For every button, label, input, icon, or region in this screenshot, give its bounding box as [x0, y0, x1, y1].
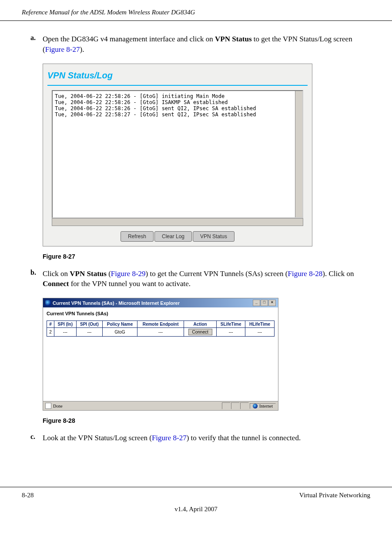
ie-statusbar: Done Internet	[43, 401, 278, 410]
step-letter-c: c.	[30, 433, 43, 441]
text: (	[107, 270, 111, 278]
close-button[interactable]: ×	[268, 300, 276, 306]
text: ).	[80, 45, 84, 54]
ie-titlebar[interactable]: Current VPN Tunnels (SAs) - Microsoft In…	[43, 298, 278, 307]
text: Open the DG834G v4 management interface …	[43, 35, 215, 43]
ie-window: Current VPN Tunnels (SAs) - Microsoft In…	[43, 298, 278, 411]
text-bold: VPN Status	[215, 35, 252, 43]
status-internet: Internet	[259, 404, 273, 408]
ie-title-text: Current VPN Tunnels (SAs) - Microsoft In…	[53, 300, 180, 306]
cell-slife: ---	[217, 328, 245, 337]
figure-ref-8-29[interactable]: Figure 8-29	[111, 270, 146, 278]
ie-icon	[45, 300, 51, 306]
chapter-title: Virtual Private Networking	[299, 492, 370, 499]
status-box	[231, 402, 240, 409]
cell-spi-in: ---	[54, 328, 76, 337]
step-b: b. Click on VPN Status (Figure 8-29) to …	[30, 269, 370, 290]
log-textarea[interactable]: Tue, 2004-06-22 22:58:26 - [GtoG] initia…	[52, 90, 303, 218]
vpn-status-button[interactable]: VPN Status	[193, 231, 235, 242]
step-c-text: Look at the VPN Status/Log screen (Figur…	[43, 433, 370, 443]
vpn-status-log-title: VPN Status/Log	[47, 68, 308, 83]
cell-policy: GtoG	[103, 328, 137, 337]
connect-button[interactable]: Connect	[188, 329, 212, 335]
tunnels-table: # SPI (In) SPI (Out) Policy Name Remote …	[47, 320, 275, 337]
figure-8-27-caption: Figure 8-27	[43, 253, 370, 260]
text: ) to verify that the tunnel is connected…	[187, 434, 301, 442]
page-number: 8-28	[22, 492, 34, 499]
table-row: 2 --- --- GtoG --- Connect --- ---	[47, 328, 275, 337]
text-bold: Connect	[43, 280, 69, 288]
internet-icon	[253, 404, 258, 408]
horizontal-scrollbar[interactable]	[52, 218, 303, 226]
clear-log-button[interactable]: Clear Log	[154, 231, 192, 242]
page-footer: 8-28 Virtual Private Networking	[0, 487, 392, 503]
col-spi-out: SPI (Out)	[76, 321, 102, 328]
step-a-text: Open the DG834G v4 management interface …	[43, 34, 370, 55]
log-line: Tue, 2004-06-22 22:58:27 - [GtoG] sent Q…	[55, 111, 300, 118]
col-action: Action	[184, 321, 217, 328]
figure-8-28-container: Current VPN Tunnels (SAs) - Microsoft In…	[43, 298, 370, 411]
col-spi-in: SPI (In)	[54, 321, 76, 328]
figure-ref-8-28[interactable]: Figure 8-28	[288, 270, 323, 278]
text: ) to get the Current VPN Tunnels (SAs) s…	[146, 270, 288, 278]
status-done: Done	[53, 404, 63, 408]
cell-spi-out: ---	[76, 328, 102, 337]
step-letter-b: b.	[30, 269, 43, 277]
tunnels-heading: Current VPN Tunnels (SAs)	[47, 311, 275, 316]
text: Click on	[43, 270, 70, 278]
step-letter-a: a.	[30, 34, 43, 42]
log-line: Tue, 2004-06-22 22:58:26 - [GtoG] sent Q…	[55, 105, 300, 111]
log-line: Tue, 2004-06-22 22:58:26 - [GtoG] ISAKMP…	[55, 99, 300, 105]
col-remote: Remote Endpoint	[137, 321, 184, 328]
version-date: v1.4, April 2007	[0, 506, 392, 513]
maximize-button[interactable]: □	[261, 300, 268, 306]
cell-hlife: ---	[245, 328, 275, 337]
text-bold: VPN Status	[70, 270, 107, 278]
text: for the VPN tunnel you want to activate.	[69, 280, 191, 288]
status-box	[240, 402, 249, 409]
col-slife: SLifeTime	[217, 321, 245, 328]
step-a: a. Open the DG834G v4 management interfa…	[30, 34, 370, 55]
step-c: c. Look at the VPN Status/Log screen (Fi…	[30, 433, 370, 443]
col-num: #	[47, 321, 54, 328]
text: ). Click on	[322, 270, 354, 278]
page-header: Reference Manual for the ADSL Modem Wire…	[0, 0, 392, 21]
figure-8-28-caption: Figure 8-28	[43, 417, 370, 424]
vpn-status-log-panel: VPN Status/Log Tue, 2004-06-22 22:58:26 …	[43, 64, 312, 246]
figure-8-27-container: VPN Status/Log Tue, 2004-06-22 22:58:26 …	[43, 64, 370, 246]
document-icon	[45, 403, 51, 409]
refresh-button[interactable]: Refresh	[121, 231, 154, 242]
blank-area	[47, 337, 275, 398]
minimize-button[interactable]: _	[253, 300, 260, 306]
figure-ref-8-27-b[interactable]: Figure 8-27	[152, 434, 187, 442]
col-hlife: HLifeTime	[245, 321, 275, 328]
step-b-text: Click on VPN Status (Figure 8-29) to get…	[43, 269, 370, 290]
cell-remote: ---	[137, 328, 184, 337]
figure-ref-8-27[interactable]: Figure 8-27	[45, 45, 80, 54]
cell-num: 2	[47, 328, 54, 337]
col-policy: Policy Name	[103, 321, 137, 328]
cell-action: Connect	[184, 328, 217, 337]
text: Look at the VPN Status/Log screen (	[43, 434, 152, 442]
log-line: Tue, 2004-06-22 22:58:26 - [GtoG] initia…	[55, 93, 300, 99]
status-box	[222, 402, 231, 409]
divider	[47, 85, 308, 86]
